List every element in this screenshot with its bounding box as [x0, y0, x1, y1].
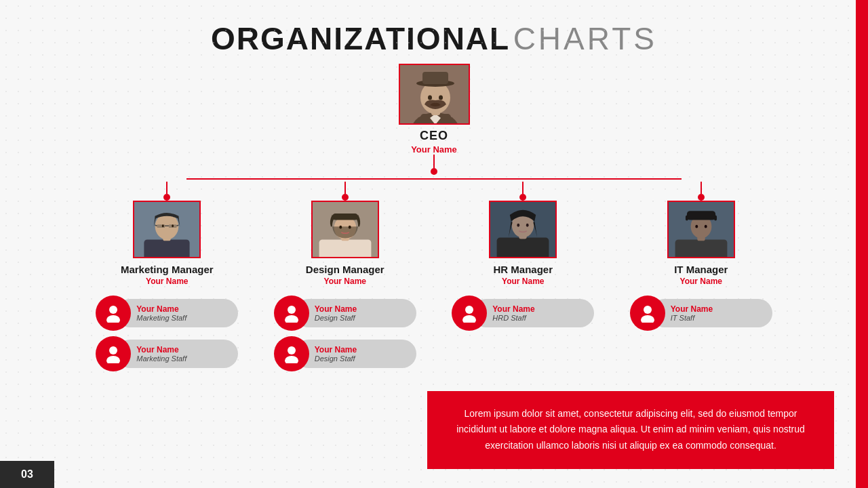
svg-rect-11	[144, 239, 190, 258]
manager-title-design: Design Manager	[306, 264, 384, 275]
svg-point-20	[172, 224, 174, 227]
ceo-name: Your Name	[411, 144, 457, 155]
staff-role: Design Staff	[315, 314, 407, 322]
svg-point-36	[285, 356, 298, 363]
connector-dot	[342, 194, 349, 201]
manager-photo-marketing	[133, 201, 201, 258]
svg-rect-50	[687, 211, 715, 220]
svg-point-53	[695, 225, 698, 228]
svg-point-42	[526, 224, 529, 227]
staff-info: Your NameDesign Staff	[294, 299, 416, 327]
staff-avatar	[630, 296, 665, 331]
staff-info: Your NameMarketing Staff	[116, 340, 238, 368]
manager-node-marketing: Marketing ManagerYour Name Your NameMark…	[85, 182, 248, 371]
staff-role: Marketing Staff	[136, 354, 229, 363]
svg-point-23	[109, 346, 117, 354]
v-connector	[701, 182, 702, 194]
staff-role: Design Staff	[315, 354, 407, 363]
connector-dot	[698, 194, 705, 201]
page-number: 03	[0, 461, 54, 488]
connector-dot	[163, 194, 170, 201]
svg-point-41	[517, 224, 520, 227]
svg-point-54	[705, 225, 707, 228]
staff-name: Your Name	[671, 304, 763, 314]
manager-title-marketing: Marketing Manager	[121, 264, 214, 275]
manager-photo-design	[311, 201, 379, 258]
svg-point-31	[339, 226, 342, 229]
h-line	[186, 178, 682, 180]
staff-avatar	[274, 336, 309, 371]
manager-title-it: IT Manager	[674, 264, 728, 275]
staff-card: Your NameDesign Staff	[274, 336, 416, 371]
svg-line-18	[177, 225, 179, 226]
svg-point-9	[439, 96, 443, 100]
manager-node-design: Design ManagerYour Name Your NameDesign …	[264, 182, 427, 371]
svg-point-35	[288, 346, 296, 354]
staff-list-design: Your NameDesign Staff Your NameDesign St…	[274, 296, 416, 371]
staff-avatar	[96, 296, 131, 331]
svg-rect-38	[497, 238, 549, 259]
staff-role: IT Staff	[671, 314, 763, 322]
svg-point-22	[106, 315, 120, 323]
ceo-connector-line	[433, 155, 435, 168]
staff-info: Your NameHRD Staff	[472, 299, 594, 327]
staff-avatar	[274, 296, 309, 331]
staff-info: Your NameDesign Staff	[294, 340, 416, 368]
svg-point-56	[641, 315, 654, 323]
manager-node-hr: HR ManagerYour Name Your NameHRD Staff	[441, 182, 604, 371]
staff-card: Your NameHRD Staff	[452, 296, 594, 331]
svg-point-19	[162, 224, 164, 227]
staff-avatar	[96, 336, 131, 371]
manager-name-marketing: Your Name	[146, 277, 188, 286]
svg-rect-52	[714, 216, 717, 221]
staff-avatar	[452, 296, 487, 331]
staff-card: Your NameMarketing Staff	[96, 336, 238, 371]
svg-point-44	[462, 315, 476, 323]
staff-name: Your Name	[136, 304, 229, 314]
ceo-photo	[399, 64, 470, 125]
manager-name-hr: Your Name	[502, 277, 544, 286]
connector-dot	[519, 194, 526, 201]
manager-name-design: Your Name	[324, 277, 366, 286]
title-light: CHARTS	[513, 21, 657, 56]
staff-role: HRD Staff	[492, 314, 585, 322]
svg-point-43	[465, 306, 473, 314]
ceo-role-label: CEO	[420, 129, 448, 143]
managers-row: Marketing ManagerYour Name Your NameMark…	[78, 182, 790, 371]
svg-point-33	[288, 306, 296, 314]
staff-list-it: Your NameIT Staff	[630, 296, 772, 331]
manager-name-it: Your Name	[680, 277, 722, 286]
manager-photo-hr	[489, 201, 557, 258]
staff-info: Your NameMarketing Staff	[116, 299, 238, 327]
org-chart: CEO Your Name Marketing ManagerYour Name…	[0, 64, 868, 371]
staff-list-marketing: Your NameMarketing Staff Your NameMarket…	[96, 296, 238, 371]
horizontal-connector	[108, 175, 760, 182]
svg-point-8	[428, 96, 432, 100]
staff-card: Your NameIT Staff	[630, 296, 772, 331]
svg-point-24	[106, 356, 120, 363]
svg-rect-7	[422, 72, 448, 84]
staff-name: Your Name	[136, 345, 229, 354]
staff-name: Your Name	[492, 304, 585, 314]
lorem-box: Lorem ipsum dolor sit amet, consectetur …	[427, 391, 834, 469]
staff-name: Your Name	[315, 345, 407, 354]
svg-rect-26	[319, 239, 371, 258]
v-connector	[166, 182, 167, 194]
lorem-text: Lorem ipsum dolor sit amet, consectetur …	[448, 406, 814, 454]
ceo-node: CEO Your Name	[399, 64, 470, 155]
staff-card: Your NameDesign Staff	[274, 296, 416, 331]
manager-title-hr: HR Manager	[493, 264, 553, 275]
svg-point-55	[644, 306, 652, 314]
svg-point-34	[285, 315, 298, 323]
staff-list-hr: Your NameHRD Staff	[452, 296, 594, 331]
svg-rect-30	[332, 214, 358, 220]
staff-name: Your Name	[315, 304, 407, 314]
v-connector	[344, 182, 346, 194]
staff-role: Marketing Staff	[136, 314, 229, 322]
svg-rect-51	[686, 216, 688, 221]
v-connector	[522, 182, 524, 194]
staff-info: Your NameIT Staff	[650, 299, 772, 327]
staff-card: Your NameMarketing Staff	[96, 296, 238, 331]
svg-point-21	[109, 306, 117, 314]
title-area: ORGANIZATIONAL CHARTS	[0, 0, 868, 57]
